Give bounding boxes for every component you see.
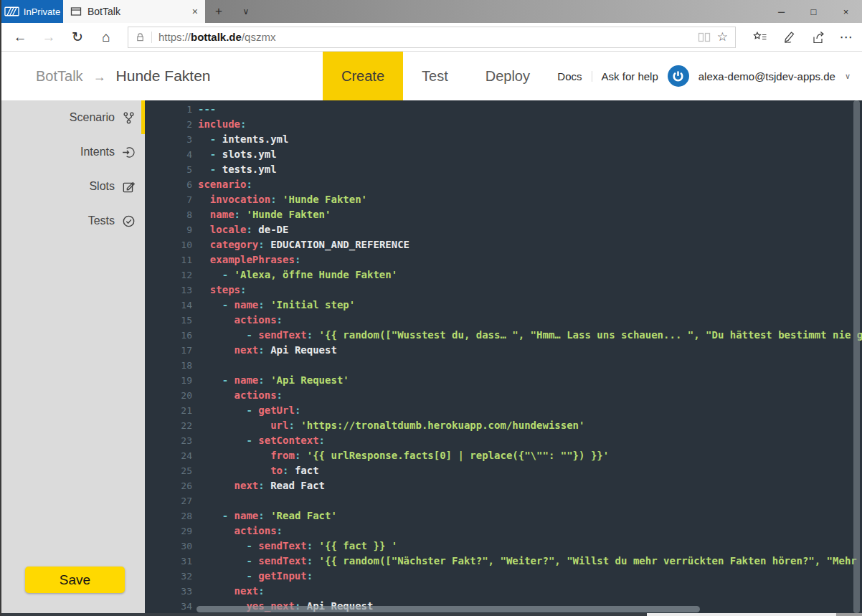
code-line[interactable]: 6scenario: (145, 177, 862, 192)
line-number: 33 (145, 584, 192, 599)
code-line[interactable]: 7 invocation: 'Hunde Fakten' (145, 192, 862, 207)
save-button[interactable]: Save (25, 567, 125, 593)
tab-list-chevron-icon[interactable]: ∨ (232, 0, 260, 23)
tab-create[interactable]: Create (323, 52, 403, 100)
code-line[interactable]: 21 - getUrl: (145, 403, 862, 418)
refresh-icon[interactable]: ↻ (63, 29, 92, 45)
editor-horizontal-scrollbar[interactable] (196, 606, 700, 612)
line-number: 2 (145, 117, 192, 132)
back-icon[interactable]: ← (6, 29, 34, 45)
code-line[interactable]: 28 - name: 'Read Fact' (145, 508, 862, 523)
avatar[interactable] (668, 65, 689, 87)
code-line[interactable]: 30 - sendText: '{{ fact }} ' (145, 539, 862, 554)
code-line[interactable]: 27 (145, 493, 862, 508)
inprivate-label: InPrivate (24, 6, 60, 17)
ask-for-help-link[interactable]: Ask for help (602, 70, 658, 82)
code-line[interactable]: 1--- (145, 102, 862, 117)
code-text: - slots.yml (198, 147, 277, 162)
code-text: - name: 'Read Fact' (198, 508, 337, 523)
code-line[interactable]: 5 - tests.yml (145, 162, 862, 177)
docs-link[interactable]: Docs (557, 70, 582, 82)
favorite-star-icon[interactable]: ☆ (717, 29, 728, 44)
sidebar-item-intents[interactable]: Intents (1, 135, 145, 169)
line-number: 4 (145, 147, 192, 162)
sidebar-item-slots[interactable]: Slots (1, 169, 145, 204)
url-text[interactable]: https://bottalk.de/qszmx (158, 31, 691, 43)
code-line[interactable]: 25 to: fact (145, 463, 862, 478)
code-line[interactable]: 9 locale: de-DE (145, 222, 862, 237)
content: Scenario Intents Slots (1, 100, 862, 616)
code-line[interactable]: 22 url: 'https://tronaltdumb.herokuapp.c… (145, 418, 862, 433)
line-number: 25 (145, 463, 192, 478)
code-text: include: (198, 117, 246, 132)
new-tab-button[interactable]: + (205, 0, 232, 23)
sidebar-item-tests[interactable]: Tests (1, 204, 145, 238)
brand-name[interactable]: BotTalk (36, 68, 83, 85)
code-text: examplePhrases: (198, 252, 300, 267)
code-line[interactable]: 29 actions: (145, 523, 862, 539)
line-number: 13 (145, 283, 192, 298)
tab-deploy[interactable]: Deploy (467, 52, 549, 100)
code-line[interactable]: 13 steps: (145, 283, 862, 298)
edit-icon (122, 180, 136, 194)
code-text: - name: 'Api Request' (198, 373, 349, 388)
code-text: - intents.yml (198, 132, 288, 147)
code-line[interactable]: 16 - sendText: '{{ random(["Wusstest du,… (145, 328, 862, 343)
code-line[interactable]: 18 (145, 358, 862, 373)
share-icon[interactable] (803, 23, 832, 52)
code-line[interactable]: 20 actions: (145, 388, 862, 403)
code-line[interactable]: 23 - setContext: (145, 433, 862, 448)
menu-ellipsis-icon[interactable]: ⋯ (832, 23, 861, 52)
code-line[interactable]: 24 from: '{{ urlResponse.facts[0] | repl… (145, 448, 862, 463)
code-editor[interactable]: 1---2include:3 - intents.yml4 - slots.ym… (145, 100, 862, 616)
code-line[interactable]: 17 next: Api Request (145, 343, 862, 358)
code-line[interactable]: 11 examplePhrases: (145, 252, 862, 267)
minimize-button[interactable]: ─ (765, 0, 797, 23)
line-number: 3 (145, 132, 192, 147)
code-line[interactable]: 12 - 'Alexa, öffne Hunde Fakten' (145, 267, 862, 283)
code-line[interactable]: 26 next: Read Fact (145, 478, 862, 493)
line-number: 18 (145, 358, 192, 373)
code-line[interactable]: 31 - sendText: '{{ random(["Nächster Fak… (145, 554, 862, 569)
code-line[interactable]: 4 - slots.yml (145, 147, 862, 162)
sidebar-item-scenario[interactable]: Scenario (1, 100, 145, 135)
browser-window: InPrivate BotTalk × + ∨ ─ □ × ← → ↻ ⌂ (0, 0, 862, 616)
code-line[interactable]: 14 - name: 'Initial step' (145, 298, 862, 313)
tab-test[interactable]: Test (403, 52, 467, 100)
window-close-button[interactable]: × (830, 0, 862, 23)
annotate-pen-icon[interactable] (775, 23, 803, 52)
lock-icon (136, 32, 145, 42)
code-text: - getUrl: (198, 403, 300, 418)
line-number: 8 (145, 207, 192, 222)
sidebar-item-label: Tests (88, 214, 115, 227)
line-number: 34 (145, 599, 192, 614)
code-line[interactable]: 2include: (145, 117, 862, 132)
address-bar[interactable]: https://bottalk.de/qszmx ☆ (128, 27, 736, 48)
url-path: /qszmx (242, 31, 276, 43)
code-line[interactable]: 19 - name: 'Api Request' (145, 373, 862, 388)
browser-tab[interactable]: BotTalk × (63, 0, 205, 23)
code-text: next: Read Fact (198, 478, 325, 493)
tab-title: BotTalk (87, 6, 186, 17)
code-line[interactable]: 3 - intents.yml (145, 132, 862, 147)
code-line[interactable]: 32 - getInput: (145, 569, 862, 584)
code-text: - 'Alexa, öffne Hunde Fakten' (198, 267, 397, 283)
user-email[interactable]: alexa-demo@tsjdev-apps.de (698, 70, 835, 82)
home-icon[interactable]: ⌂ (92, 29, 120, 45)
code-line[interactable]: 10 category: EDUCATION_AND_REFERENCE (145, 237, 862, 252)
line-number: 28 (145, 508, 192, 523)
tab-close-icon[interactable]: × (192, 6, 198, 17)
code-line[interactable]: 15 actions: (145, 313, 862, 328)
editor-vertical-scrollbar[interactable] (853, 100, 860, 613)
code-text: - name: 'Initial step' (198, 298, 355, 313)
line-number: 11 (145, 252, 192, 267)
code-line[interactable]: 8 name: 'Hunde Fakten' (145, 207, 862, 222)
favorites-hub-icon[interactable] (746, 23, 775, 52)
breadcrumb: BotTalk → Hunde Fakten (36, 67, 211, 85)
header-tabs: Create Test Deploy (323, 52, 549, 100)
code-line[interactable]: 33 next: (145, 584, 862, 599)
user-menu-chevron-icon[interactable]: ∨ (845, 72, 851, 81)
maximize-button[interactable]: □ (797, 0, 830, 23)
code-text: invocation: 'Hunde Fakten' (198, 192, 367, 207)
page-horizontal-scrollbar[interactable] (1, 613, 862, 616)
